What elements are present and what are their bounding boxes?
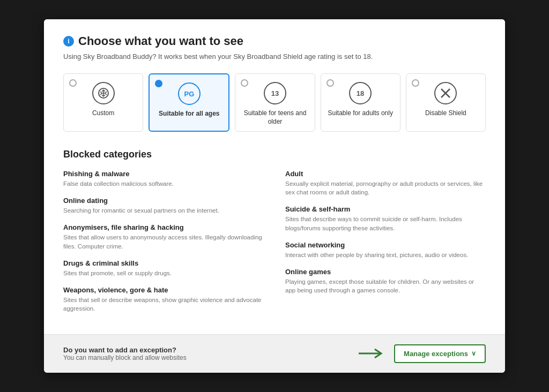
cat-name: Online games <box>285 268 486 276</box>
cat-desc: Interact with other people by sharing te… <box>285 251 486 259</box>
main-window: i Choose what you want to see Using Sky … <box>44 19 505 373</box>
rating-card-13[interactable]: 13 Suitable for teens and older <box>235 73 315 132</box>
list-item: Adult Sexually explicit material, pornog… <box>285 170 486 197</box>
blocked-section: Blocked categories Phishing & malware Fa… <box>63 149 486 334</box>
arrow-right-icon <box>359 347 385 360</box>
footer-right: Manage exceptions ∨ <box>359 344 486 363</box>
rating-card-18[interactable]: 18 Suitable for adults only <box>321 73 400 132</box>
radio-custom <box>69 79 77 87</box>
cat-name: Adult <box>285 170 486 178</box>
rating-card-disable[interactable]: Disable Shield <box>406 73 486 132</box>
page-title: Choose what you want to see <box>78 34 243 48</box>
cat-name: Social networking <box>285 241 486 249</box>
subtitle: Using Sky Broadband Buddy? It works best… <box>63 52 486 61</box>
list-item: Social networking Interact with other pe… <box>285 241 486 259</box>
cat-name: Online dating <box>63 197 264 205</box>
info-icon: i <box>63 36 74 47</box>
list-item: Weapons, violence, gore & hate Sites tha… <box>63 286 264 313</box>
list-item: Suicide & self-harm Sites that describe … <box>285 205 486 232</box>
18-icon: 18 <box>348 81 372 105</box>
manage-btn-label: Manage exceptions <box>404 350 468 358</box>
svg-text:18: 18 <box>357 89 364 97</box>
radio-pg <box>155 80 162 87</box>
disable-icon <box>434 81 457 105</box>
categories-grid: Phishing & malware False data collection… <box>63 170 486 321</box>
list-item: Drugs & criminal skills Sites that promo… <box>63 259 264 277</box>
custom-label: Custom <box>92 109 114 118</box>
footer-sub: You can manually block and allow website… <box>63 354 187 361</box>
radio-13 <box>241 79 248 87</box>
list-item: Anonymisers, file sharing & hacking Site… <box>63 223 264 250</box>
cat-name: Anonymisers, file sharing & hacking <box>63 223 264 231</box>
list-item: Online games Playing games, except those… <box>285 268 486 295</box>
cat-desc: False data collection malicious software… <box>63 179 264 188</box>
cat-desc: Sites that promote, sell or supply drugs… <box>63 269 264 277</box>
cat-name: Weapons, violence, gore & hate <box>63 286 264 294</box>
radio-18 <box>327 79 334 87</box>
cat-name: Drugs & criminal skills <box>63 259 264 267</box>
cat-desc: Sexually explicit material, pornography … <box>285 179 486 197</box>
categories-left-col: Phishing & malware False data collection… <box>63 170 264 321</box>
footer-text-block: Do you want to add an exception? You can… <box>63 346 187 361</box>
cat-desc: Playing games, except those suitable for… <box>285 277 486 295</box>
header-row: i Choose what you want to see <box>63 34 486 48</box>
disable-label: Disable Shield <box>425 109 466 118</box>
manage-exceptions-button[interactable]: Manage exceptions ∨ <box>394 344 486 363</box>
categories-right-col: Adult Sexually explicit material, pornog… <box>285 170 486 321</box>
13-label: Suitable for teens and older <box>241 109 309 126</box>
rating-options: Custom PG Suitable for all ages <box>63 73 486 132</box>
footer-question: Do you want to add an exception? <box>63 346 187 354</box>
custom-icon <box>92 81 115 105</box>
content-area: i Choose what you want to see Using Sky … <box>44 19 505 334</box>
chevron-down-icon: ∨ <box>471 350 476 357</box>
18-label: Suitable for adults only <box>328 109 393 118</box>
cat-desc: Sites that sell or describe weapons, sho… <box>63 296 264 313</box>
cat-name: Phishing & malware <box>63 170 264 178</box>
footer-bar: Do you want to add an exception? You can… <box>44 334 505 373</box>
list-item: Online dating Searching for romantic or … <box>63 197 264 215</box>
cat-desc: Sites that describe ways to commit suici… <box>285 215 486 232</box>
cat-name: Suicide & self-harm <box>285 205 486 213</box>
pg-label: Suitable for all ages <box>159 110 219 118</box>
svg-text:13: 13 <box>271 89 279 97</box>
list-item: Phishing & malware False data collection… <box>63 170 264 188</box>
cat-desc: Searching for romantic or sexual partner… <box>63 206 264 215</box>
pg-icon: PG <box>177 82 201 105</box>
cat-desc: Sites that allow users to anonymously ac… <box>63 233 264 250</box>
13-icon: 13 <box>263 81 287 105</box>
svg-text:PG: PG <box>184 90 194 98</box>
rating-card-pg[interactable]: PG Suitable for all ages <box>149 73 229 132</box>
blocked-title: Blocked categories <box>63 149 486 160</box>
radio-disable <box>412 79 419 87</box>
rating-card-custom[interactable]: Custom <box>63 73 143 132</box>
